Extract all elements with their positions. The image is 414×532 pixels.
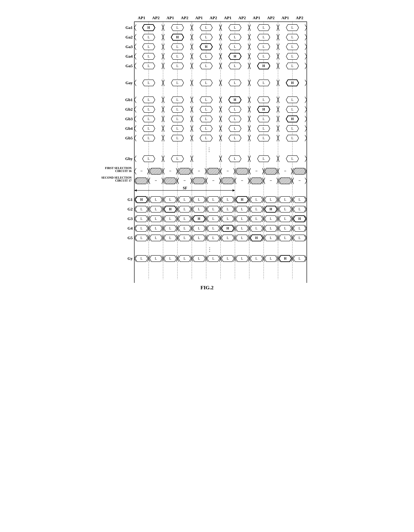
signal-label: L [148, 81, 150, 85]
right-edge [305, 44, 307, 50]
signal-label: H [147, 26, 150, 29]
signal-label: H [198, 217, 200, 221]
signal-label: H [205, 45, 207, 49]
signal-label: L [241, 257, 243, 260]
signal-label: L [140, 217, 142, 221]
signal-label: L [291, 26, 293, 29]
dash-label: − [298, 178, 301, 183]
signal-label: L [234, 81, 236, 85]
row-label: Ga1 [125, 25, 133, 30]
dots-indicator-2: ⋮ [207, 247, 212, 252]
signal-label: L [155, 257, 157, 260]
hatch-cell [178, 168, 191, 174]
signal-label: H [226, 227, 229, 230]
right-edge [305, 106, 307, 113]
signal-label: H [233, 55, 236, 58]
signal-label: L [291, 35, 293, 39]
signal-label: L [291, 55, 293, 58]
signal-label: H [241, 198, 243, 201]
hdr-3: AP2 [181, 16, 188, 20]
signal-label: L [148, 107, 150, 111]
signal-label: L [298, 207, 300, 211]
signal-label: L [262, 98, 265, 102]
hatch-cell [207, 168, 220, 174]
signal-label: L [176, 26, 178, 29]
signal-label: L [227, 207, 229, 211]
signal-label: L [291, 136, 293, 140]
signal-label: L [234, 26, 236, 29]
signal-label: L [198, 198, 200, 201]
signal-label: H [284, 257, 286, 260]
signal-label: L [262, 45, 265, 49]
signal-label: L [270, 198, 272, 201]
left-edge [134, 53, 136, 59]
second-sel-label2: CIRCUIT 17 [115, 179, 131, 182]
signal-label: L [212, 217, 214, 221]
signal-label: L [291, 64, 293, 68]
signal-label: L [140, 236, 142, 240]
signal-label: L [291, 157, 293, 161]
signal-label: L [262, 136, 265, 140]
signal-label: L [298, 227, 300, 230]
row-label: Ga2 [125, 35, 133, 39]
signal-label: H [269, 207, 272, 211]
signal-label: L [255, 227, 257, 230]
left-edge [134, 97, 136, 103]
signal-label: L [169, 227, 171, 230]
signal-label: L [183, 227, 185, 230]
signal-label: L [176, 117, 178, 121]
signal-label: L [140, 207, 142, 211]
signal-label: H [291, 81, 293, 85]
hdr-11: AP2 [296, 16, 303, 20]
signal-label: L [183, 198, 185, 201]
signal-label: L [212, 227, 214, 230]
hdr-5: AP2 [210, 16, 217, 20]
signal-label: L [148, 136, 150, 140]
row-label: Gb5 [125, 136, 133, 140]
signal-label: L [227, 257, 229, 260]
signal-label: L [241, 227, 243, 230]
signal-label: L [234, 35, 236, 39]
timing-diagram-svg: /* All drawing done via JS below */ AP1 … [96, 11, 318, 283]
signal-label: L [212, 236, 214, 240]
signal-label: L [205, 55, 207, 58]
dash-label: − [140, 169, 143, 173]
signal-label: L [183, 217, 185, 221]
hdr-6: AP1 [224, 16, 231, 20]
signal-label: L [234, 117, 236, 121]
signal-label: L [198, 257, 200, 260]
left-edge [134, 156, 136, 162]
signal-label: L [241, 217, 243, 221]
hatch-cell [150, 168, 162, 174]
signal-label: L [148, 98, 150, 102]
signal-label: L [255, 198, 257, 201]
hdr-7: AP2 [238, 16, 246, 20]
signal-label: L [298, 257, 300, 260]
signal-label: L [227, 236, 229, 240]
left-edge [134, 168, 136, 174]
signal-label: L [205, 26, 207, 29]
left-edge [134, 106, 136, 113]
signal-label: L [205, 98, 207, 102]
hatch-cell [265, 168, 277, 174]
right-edge [305, 135, 307, 141]
signal-label: H [169, 207, 171, 211]
signal-label: L [148, 45, 150, 49]
second-sel-label: SECOND SELECTION [101, 176, 131, 179]
signal-label: L [262, 117, 265, 121]
first-sel-label: FIRST SELECTION [105, 166, 132, 170]
signal-label: L [234, 45, 236, 49]
row-label: Gb4 [125, 126, 133, 131]
hatch-cell [164, 178, 176, 184]
right-edge [305, 156, 307, 162]
row-label: Gay [125, 80, 133, 85]
hatch-cell [221, 178, 234, 184]
signal-label: L [140, 257, 142, 260]
dash-label: − [241, 178, 243, 183]
dash-label: − [255, 169, 258, 173]
signal-label: L [227, 198, 229, 201]
left-edge [134, 44, 136, 50]
signal-label: L [205, 136, 207, 140]
hdr-9: AP2 [267, 16, 274, 20]
signal-label: L [183, 257, 185, 260]
